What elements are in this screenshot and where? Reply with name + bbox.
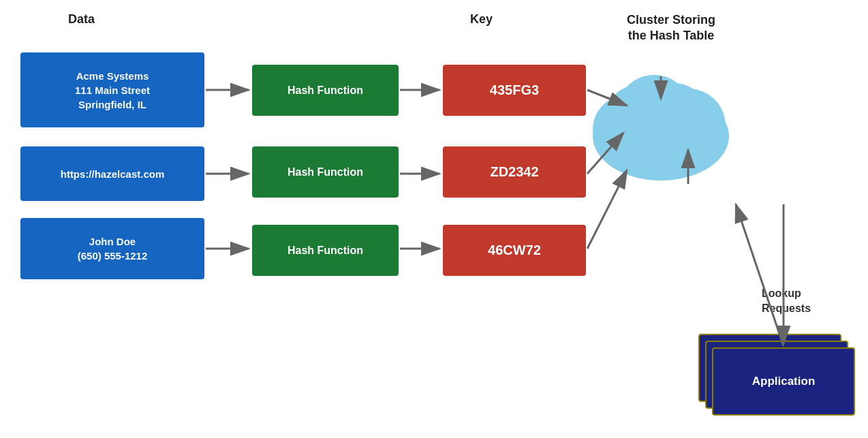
app-box-front: Application (712, 347, 855, 416)
cloud-svg (579, 61, 743, 198)
key-box-2: ZD2342 (443, 146, 586, 198)
hash-text-3: Hash Function (288, 245, 363, 257)
svg-line-18 (736, 204, 784, 346)
app-label: Application (752, 375, 816, 388)
key-box-3: 46CW72 (443, 225, 586, 276)
hash-box-1: Hash Function (252, 65, 399, 116)
header-key: Key (470, 12, 493, 27)
data-box-1: Acme Systems 111 Main Street Springfield… (20, 52, 204, 127)
key-text-1: 435FG3 (490, 82, 539, 98)
svg-point-5 (606, 85, 668, 146)
data-box-3: John Doe (650) 555-1212 (20, 218, 204, 279)
header-data: Data (68, 12, 95, 27)
cloud (579, 61, 743, 198)
data-text-2: https://hazelcast.com (61, 167, 165, 181)
hash-text-1: Hash Function (288, 84, 363, 97)
data-text-3: John Doe (650) 555-1212 (78, 234, 148, 263)
hash-box-3: Hash Function (252, 225, 399, 276)
hash-text-2: Hash Function (288, 166, 363, 178)
lookup-label: LookupRequests (762, 286, 811, 317)
data-text-1: Acme Systems 111 Main Street Springfield… (75, 69, 150, 112)
hash-box-2: Hash Function (252, 146, 399, 198)
diagram: Data Key Cluster Storingthe Hash Table A… (0, 0, 868, 438)
key-text-3: 46CW72 (488, 243, 541, 258)
key-text-2: ZD2342 (490, 164, 538, 180)
key-box-1: 435FG3 (443, 65, 586, 116)
data-box-2: https://hazelcast.com (20, 146, 204, 201)
header-cluster: Cluster Storingthe Hash Table (627, 12, 715, 44)
